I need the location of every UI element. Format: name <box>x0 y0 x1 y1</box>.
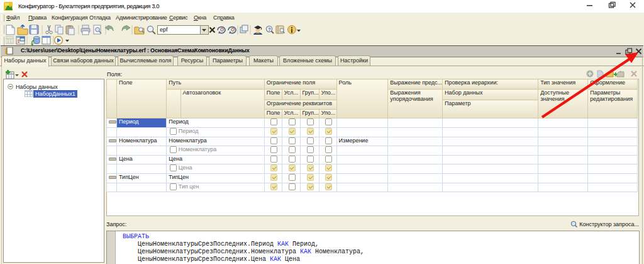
svg-text:?: ? <box>268 26 271 32</box>
